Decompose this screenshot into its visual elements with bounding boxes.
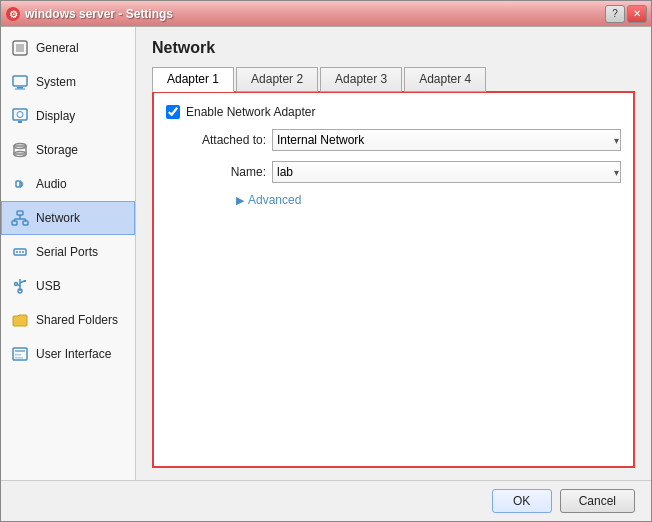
sidebar-label-serial-ports: Serial Ports [36,245,98,259]
adapter-panel: Enable Network Adapter Attached to: Inte… [152,91,635,468]
sidebar-item-usb[interactable]: USB [1,269,135,303]
storage-icon [10,140,30,160]
svg-rect-5 [17,87,23,89]
attached-to-label: Attached to: [186,133,266,147]
content-area: Network Adapter 1 Adapter 2 Adapter 3 Ad… [136,27,651,480]
sidebar-label-audio: Audio [36,177,67,191]
advanced-label[interactable]: Advanced [248,193,301,207]
svg-rect-8 [18,121,22,123]
title-bar-buttons: ? ✕ [605,5,647,23]
settings-window: ⚙ windows server - Settings ? ✕ General [0,0,652,522]
svg-rect-3 [16,44,24,52]
svg-rect-6 [15,89,25,90]
gear-icon [10,38,30,58]
tab-adapter4[interactable]: Adapter 4 [404,67,486,92]
attached-to-wrapper: Internal Network NAT Bridged Adapter Hos… [272,129,621,151]
tab-adapter1[interactable]: Adapter 1 [152,67,234,92]
sidebar-label-shared-folders: Shared Folders [36,313,118,327]
audio-icon [10,174,30,194]
sidebar-label-storage: Storage [36,143,78,157]
sidebar-item-network[interactable]: Network [1,201,135,235]
svg-point-23 [19,251,21,253]
tab-adapter3[interactable]: Adapter 3 [320,67,402,92]
ok-button[interactable]: OK [492,489,552,513]
svg-rect-15 [12,221,17,225]
attached-to-row: Attached to: Internal Network NAT Bridge… [166,129,621,151]
svg-rect-7 [13,109,27,120]
sidebar-item-display[interactable]: Display [1,99,135,133]
sidebar-label-user-interface: User Interface [36,347,111,361]
usb-icon [10,276,30,296]
title-bar: ⚙ windows server - Settings ? ✕ [1,1,651,27]
tab-adapter2[interactable]: Adapter 2 [236,67,318,92]
close-button[interactable]: ✕ [627,5,647,23]
svg-rect-13 [16,181,20,187]
serial-icon [10,242,30,262]
advanced-arrow-icon: ▶ [236,194,244,207]
sidebar-item-general[interactable]: General [1,31,135,65]
monitor-icon [10,72,30,92]
svg-rect-34 [15,357,23,359]
main-area: General System [1,27,651,480]
enable-network-row: Enable Network Adapter [166,105,621,119]
sidebar-item-serial-ports[interactable]: Serial Ports [1,235,135,269]
help-button[interactable]: ? [605,5,625,23]
name-select[interactable]: lab [272,161,621,183]
network-icon [10,208,30,228]
svg-text:⚙: ⚙ [9,9,18,20]
page-title: Network [152,39,635,57]
svg-rect-16 [23,221,28,225]
title-bar-text: windows server - Settings [25,7,605,21]
enable-network-checkbox[interactable] [166,105,180,119]
sidebar-item-system[interactable]: System [1,65,135,99]
sidebar-item-storage[interactable]: Storage [1,133,135,167]
sidebar: General System [1,27,136,480]
attached-to-select[interactable]: Internal Network NAT Bridged Adapter Hos… [272,129,621,151]
ui-icon [10,344,30,364]
sidebar-label-usb: USB [36,279,61,293]
sidebar-item-user-interface[interactable]: User Interface [1,337,135,371]
footer: OK Cancel [1,480,651,521]
svg-rect-32 [15,350,25,352]
enable-network-label[interactable]: Enable Network Adapter [186,105,315,119]
svg-rect-33 [15,354,21,356]
folder-icon [10,310,30,330]
name-row: Name: lab ▾ [166,161,621,183]
svg-rect-4 [13,76,27,86]
adapter-tabs: Adapter 1 Adapter 2 Adapter 3 Adapter 4 [152,67,635,92]
sidebar-item-audio[interactable]: Audio [1,167,135,201]
svg-point-29 [15,283,18,286]
svg-point-22 [16,251,18,253]
advanced-row[interactable]: ▶ Advanced [166,193,621,207]
svg-rect-14 [17,211,23,215]
sidebar-label-network: Network [36,211,80,225]
name-wrapper: lab ▾ [272,161,621,183]
svg-rect-27 [24,280,26,282]
sidebar-label-general: General [36,41,79,55]
svg-point-9 [17,112,23,118]
sidebar-item-shared-folders[interactable]: Shared Folders [1,303,135,337]
sidebar-label-display: Display [36,109,75,123]
svg-point-24 [22,251,24,253]
display-icon [10,106,30,126]
name-label: Name: [186,165,266,179]
cancel-button[interactable]: Cancel [560,489,635,513]
sidebar-label-system: System [36,75,76,89]
window-icon: ⚙ [5,6,21,22]
